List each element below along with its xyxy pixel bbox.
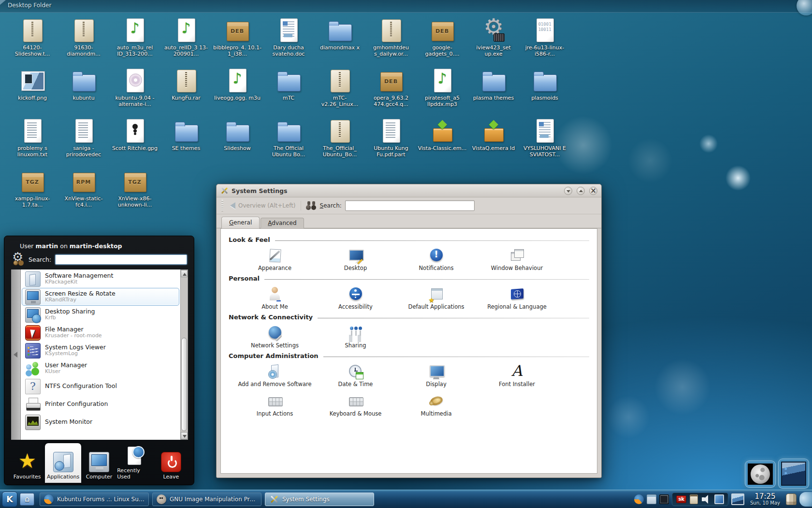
window-close-button[interactable] <box>589 187 597 195</box>
stack-tray-icon[interactable] <box>659 494 669 504</box>
desktop-icon[interactable]: Slideshow <box>212 118 262 168</box>
desktop-icon[interactable]: bibblepro_4. 10.1-1_i38... <box>212 17 262 68</box>
klipper-icon[interactable] <box>690 494 698 504</box>
desktop-icon[interactable]: mTC-v2.26_Linux... <box>315 68 365 118</box>
task-button[interactable]: System Settings <box>265 493 374 506</box>
firefox-tray-icon[interactable] <box>634 494 644 504</box>
tab-general[interactable]: General <box>221 217 260 228</box>
kickoff-tab[interactable]: Favourites <box>9 443 45 483</box>
home-folder-button[interactable] <box>20 493 34 506</box>
keyboard-layout-indicator[interactable]: sk <box>676 495 686 503</box>
desktop-icon[interactable]: VYSLUHOVANI E SVIATOST... <box>520 118 570 168</box>
settings-item[interactable]: Window Behaviour <box>477 248 557 271</box>
scroll-down-icon[interactable] <box>181 432 188 439</box>
scroll-thumb[interactable] <box>181 338 187 431</box>
desktop-icon[interactable]: liveogg.ogg. m3u <box>212 68 262 118</box>
menu-item[interactable]: NTFS Configuration Tool <box>22 377 179 395</box>
overview-back-button[interactable]: Overview (Alt+Left) <box>228 201 301 210</box>
kickoff-tab[interactable]: Computer <box>81 443 117 483</box>
desktop-icon[interactable]: google-gadgets_0.... <box>417 17 467 68</box>
desktop-icon[interactable]: gmhomhtdeu s_dailyw.or... <box>366 17 416 68</box>
desktop-icon[interactable]: kubuntu <box>58 68 109 118</box>
settings-item[interactable]: Appearance <box>234 248 315 271</box>
desktop-icon[interactable]: mTC <box>263 68 314 118</box>
settings-item[interactable]: Keyboard & Mouse <box>315 393 396 417</box>
scrollbar[interactable] <box>180 269 188 440</box>
desktop-icon[interactable]: problemy s linuxom.txt <box>7 118 58 168</box>
desktop-icon[interactable]: The Official Ubuntu Bo... <box>263 118 314 168</box>
display-settings-icon[interactable] <box>731 493 744 505</box>
menu-item[interactable]: System Logs Viewer KSystemLog <box>22 342 179 359</box>
menu-item[interactable]: File Manager Krusader - root-mode <box>22 324 179 342</box>
desktop-icon[interactable]: The_Official_ Ubuntu_Bo... <box>315 118 365 168</box>
desktop-icon[interactable]: kickoff.png <box>7 68 58 118</box>
desktop-icon[interactable]: saniga - prirodovedec <box>58 118 109 168</box>
window-minimize-button[interactable] <box>564 187 572 195</box>
desktop-icon[interactable]: SE themes <box>161 118 211 168</box>
kickoff-tab[interactable]: Leave <box>153 443 189 483</box>
desktop-icon[interactable]: iview423_set up.exe <box>468 17 519 68</box>
menu-item[interactable]: Printer Configuration <box>22 395 179 413</box>
toolbar-drag-handle[interactable] <box>221 200 223 211</box>
display-tray-icon[interactable] <box>714 494 724 504</box>
kickoff-tab[interactable]: Applications <box>45 443 81 483</box>
settings-item[interactable]: Multimedia <box>396 393 477 417</box>
desktop-icon[interactable]: 64120-Slideshow.t... <box>7 17 58 68</box>
kickoff-tab[interactable]: Recently Used <box>117 443 153 483</box>
settings-item[interactable]: Accessibility <box>315 286 396 310</box>
menu-item[interactable]: Software Management KPackageKit <box>22 270 179 288</box>
settings-item[interactable]: Date & Time <box>315 364 396 388</box>
scroll-up-icon[interactable] <box>181 270 188 277</box>
titlebar[interactable]: System Settings <box>217 184 601 197</box>
desktop-icon[interactable]: Scott Ritchie.gpg <box>110 118 160 168</box>
desktop-icon[interactable]: 91630-diamondm... <box>58 17 109 68</box>
desktop-icon[interactable]: KungFu.rar <box>161 68 211 118</box>
desktop-icon[interactable]: auto_relID_3 13-200901... <box>161 17 211 68</box>
window-maximize-button[interactable] <box>577 187 585 195</box>
moon-widget[interactable] <box>745 461 776 488</box>
desktop-icon[interactable]: kubuntu-9.04 -alternate-i... <box>110 68 160 118</box>
panel-cashew-icon[interactable] <box>799 492 812 507</box>
task-button[interactable]: Kubuntu Forums .:. Linux Support - <box>40 493 149 506</box>
volume-icon[interactable] <box>701 494 711 504</box>
menu-item[interactable]: System Monitor <box>22 413 179 431</box>
settings-item[interactable]: Font Installer <box>477 364 557 388</box>
tab-advanced[interactable]: Advanced <box>261 218 304 228</box>
clock[interactable]: 17:25 Sun, 10 May <box>747 493 783 506</box>
desktop-icon[interactable]: opera_9.63.2 474.gcc4.q... <box>366 68 416 118</box>
desktop-icon[interactable]: Ubuntu Kung Fu.pdf.part <box>366 118 416 168</box>
menu-item[interactable]: Screen Resize & Rotate KRandRTray <box>22 288 179 306</box>
device-notifier-icon[interactable] <box>786 493 797 505</box>
settings-item[interactable]: Desktop <box>315 248 396 271</box>
settings-item[interactable]: Regional & Language <box>477 286 557 310</box>
desktop-icon[interactable]: XnView-static-fc4.i... <box>58 168 109 219</box>
task-button[interactable]: GNU Image Manipulation Program <box>152 493 261 506</box>
menu-item[interactable]: User Manager KUser <box>22 359 179 377</box>
kmenu-button[interactable] <box>2 492 17 507</box>
menu-item[interactable]: Desktop Sharing Krfb <box>22 306 179 324</box>
desktop-icon[interactable]: XnView-x86-unknown-li... <box>110 168 160 219</box>
desktop-icon[interactable]: diamondmax x <box>315 17 365 68</box>
settings-item[interactable]: Sharing <box>315 325 396 349</box>
desktop-icon[interactable]: xampp-linux-1.7.ta... <box>7 168 58 219</box>
window-tray-icon[interactable] <box>647 494 656 504</box>
desktop-icon[interactable]: VistaQ.emera ld <box>468 118 519 168</box>
desktop-icon[interactable]: auto_m3u_rel ID_313-200... <box>110 17 160 68</box>
settings-search-input[interactable] <box>345 200 475 211</box>
settings-item[interactable]: Default Applications <box>396 286 477 310</box>
desktop-icon[interactable]: Dary ducha svateho.doc <box>263 17 314 68</box>
settings-item[interactable]: Display <box>396 364 477 388</box>
desktop-icon[interactable]: Vista-Classic.em... <box>417 118 467 168</box>
desktop-icon[interactable]: plasmoids <box>520 68 570 118</box>
kickoff-back-strip[interactable] <box>11 269 21 440</box>
picture-frame-widget[interactable] <box>778 459 809 489</box>
plasma-cashew-icon[interactable] <box>797 0 812 15</box>
settings-item[interactable]: Notifications <box>396 248 477 271</box>
desktop-icon[interactable]: piratesoft_a5 llpddx.mp3 <box>417 68 467 118</box>
settings-item[interactable]: Network Settings <box>234 325 315 349</box>
settings-item[interactable]: Input Actions <box>234 393 315 417</box>
desktop-icon[interactable]: plasma themes <box>468 68 519 118</box>
settings-item[interactable]: Add and Remove Software <box>234 364 315 388</box>
desktop-icon[interactable]: jre-6u13-linux-i586-r... <box>520 17 570 68</box>
kickoff-search-input[interactable] <box>55 254 187 265</box>
